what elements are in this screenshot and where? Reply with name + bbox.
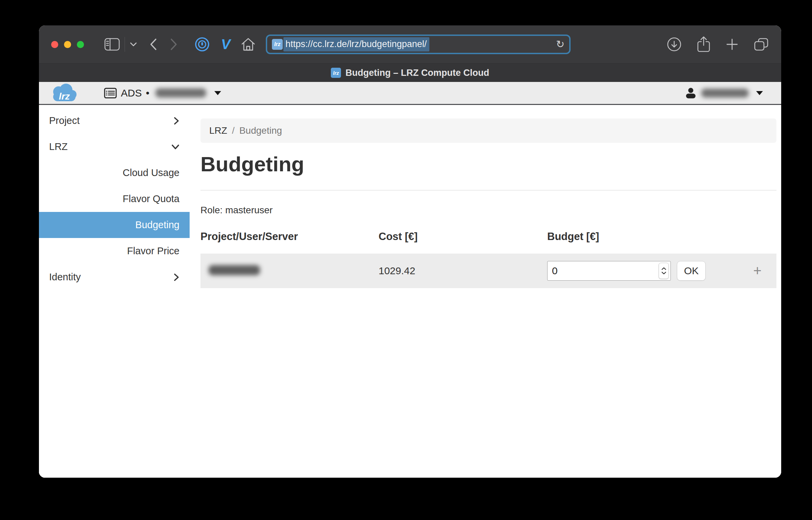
redacted-user-account-id xyxy=(701,89,749,98)
stepper-up-icon xyxy=(661,267,666,270)
tab-favicon: lrz xyxy=(331,68,341,78)
budget-cell: OK + xyxy=(547,261,776,281)
breadcrumb-root-link[interactable]: LRZ xyxy=(209,125,227,136)
page-content: lrz ADS xyxy=(39,82,781,478)
lrz-logo[interactable]: lrz xyxy=(49,83,79,103)
chevron-right-icon xyxy=(173,117,179,125)
stepper-down-icon xyxy=(661,272,666,275)
user-menu-dropdown[interactable] xyxy=(685,87,763,99)
main-content: LRZ / Budgeting Budgeting Role: masterus… xyxy=(190,105,781,478)
budget-input[interactable] xyxy=(547,261,671,281)
tab-overview-button[interactable] xyxy=(753,37,769,51)
browser-window: V lrz https://cc.lrz.de/lrz/budgetingpan… xyxy=(39,25,781,478)
budget-stepper[interactable] xyxy=(659,263,669,279)
project-context-dropdown[interactable]: ADS • xyxy=(104,87,221,99)
tab-strip: lrz Budgeting – LRZ Compute Cloud xyxy=(39,63,781,82)
ok-button[interactable]: OK xyxy=(677,261,706,281)
context-label: ADS xyxy=(121,87,142,99)
project-name-cell xyxy=(200,265,374,277)
sidebar-item-project[interactable]: Project xyxy=(39,108,190,134)
sidebar-item-flavor-quota[interactable]: Flavor Quota xyxy=(39,186,190,212)
cost-cell: 1029.42 xyxy=(374,265,547,277)
breadcrumb-current: Budgeting xyxy=(239,125,282,136)
new-tab-button[interactable] xyxy=(726,38,739,51)
sidebar-item-identity[interactable]: Identity xyxy=(39,264,190,290)
sidebar-toggle-icon[interactable] xyxy=(104,38,120,51)
back-button[interactable] xyxy=(149,38,157,51)
share-button[interactable] xyxy=(697,36,711,53)
context-separator: • xyxy=(146,87,150,99)
zoom-window-button[interactable] xyxy=(77,41,84,48)
forward-button[interactable] xyxy=(170,38,178,51)
budget-table-header: Project/User/Server Cost [€] Budget [€] xyxy=(200,231,776,243)
toolbar-divider xyxy=(125,37,125,52)
caret-down-icon xyxy=(214,91,221,95)
column-header-budget: Budget [€] xyxy=(547,231,776,243)
app-navbar: lrz ADS xyxy=(39,82,781,105)
vimium-extension-icon[interactable]: V xyxy=(221,37,231,51)
chevron-down-icon xyxy=(171,144,179,150)
svg-text:lrz: lrz xyxy=(59,91,70,102)
caret-down-icon xyxy=(756,91,763,95)
column-header-project: Project/User/Server xyxy=(200,231,374,243)
downloads-button[interactable] xyxy=(667,37,682,52)
minimize-window-button[interactable] xyxy=(64,41,71,48)
role-label: Role: masteruser xyxy=(200,205,776,216)
breadcrumb-separator: / xyxy=(232,125,235,136)
sidebar-item-cloud-usage[interactable]: Cloud Usage xyxy=(39,160,190,186)
close-window-button[interactable] xyxy=(51,41,58,48)
column-header-cost: Cost [€] xyxy=(374,231,547,243)
sidebar-item-lrz[interactable]: LRZ xyxy=(39,134,190,160)
title-divider xyxy=(200,190,776,191)
sidebar-item-flavor-price[interactable]: Flavor Price xyxy=(39,238,190,264)
list-icon xyxy=(104,88,117,99)
tab-title: Budgeting – LRZ Compute Cloud xyxy=(345,68,489,78)
address-bar[interactable]: lrz https://cc.lrz.de/lrz/budgetingpanel… xyxy=(266,35,571,54)
onepassword-extension-icon[interactable] xyxy=(194,36,210,52)
chevron-right-icon xyxy=(173,273,179,281)
expand-row-button[interactable]: + xyxy=(753,264,762,278)
sidebar-item-budgeting[interactable]: Budgeting xyxy=(39,212,190,238)
page-title: Budgeting xyxy=(200,153,776,175)
redacted-project-name xyxy=(209,265,260,275)
desktop-background: V lrz https://cc.lrz.de/lrz/budgetingpan… xyxy=(0,0,812,520)
site-favicon: lrz xyxy=(272,39,283,50)
home-button[interactable] xyxy=(241,37,256,51)
sidebar-nav: Project LRZ Cloud Usage xyxy=(39,105,190,478)
person-icon xyxy=(685,87,697,99)
browser-toolbar: V lrz https://cc.lrz.de/lrz/budgetingpan… xyxy=(39,25,781,63)
window-controls xyxy=(51,41,84,48)
url-text: https://cc.lrz.de/lrz/budgetingpanel/ xyxy=(283,37,429,51)
breadcrumb: LRZ / Budgeting xyxy=(200,118,776,143)
table-row: 1029.42 xyxy=(200,254,776,288)
tab-group-chevron-icon[interactable] xyxy=(130,42,137,47)
reload-icon[interactable]: ↻ xyxy=(556,39,564,49)
redacted-project-account-id xyxy=(155,88,206,98)
